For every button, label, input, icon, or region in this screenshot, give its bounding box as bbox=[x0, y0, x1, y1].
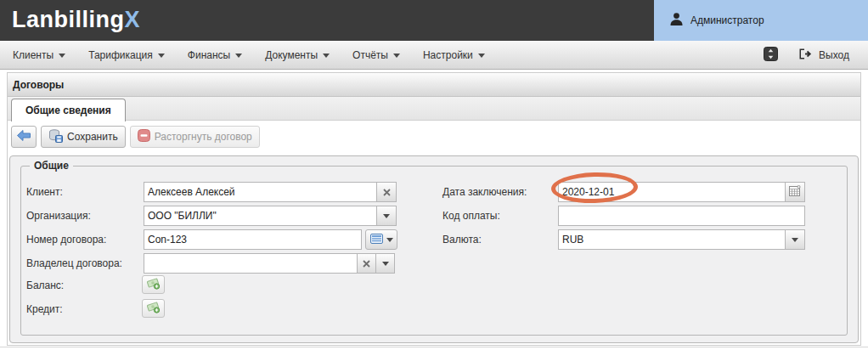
menu-item-documents[interactable]: Документы bbox=[265, 49, 330, 61]
back-button[interactable] bbox=[11, 126, 37, 148]
chevron-down-icon bbox=[393, 54, 400, 58]
menu-item-label: Отчёты bbox=[352, 49, 388, 61]
chevron-down-icon bbox=[235, 54, 242, 58]
organization-dropdown-trigger[interactable] bbox=[376, 206, 397, 226]
menu-item-label: Клиенты bbox=[13, 49, 54, 61]
client-clear-button[interactable] bbox=[376, 182, 397, 202]
chevron-down-icon bbox=[792, 238, 798, 242]
menu-item-label: Тарификация bbox=[88, 49, 153, 61]
menu-item-label: Документы bbox=[265, 49, 318, 61]
logout-button[interactable]: Выход bbox=[798, 48, 849, 64]
logout-label: Выход bbox=[819, 49, 849, 61]
tabstrip: Общие сведения bbox=[8, 97, 860, 121]
contract-owner-label: Владелец договора: bbox=[26, 253, 122, 274]
credit-money-add-button[interactable] bbox=[142, 299, 165, 318]
menu-item-label: Настройки bbox=[423, 49, 473, 61]
collapse-icon[interactable] bbox=[764, 47, 778, 65]
menu-item-tariffication[interactable]: Тарификация bbox=[88, 49, 165, 61]
logout-icon bbox=[798, 48, 812, 64]
save-database-icon bbox=[48, 129, 63, 145]
page-title: Договоры bbox=[13, 79, 64, 91]
contract-owner-clear-button[interactable] bbox=[357, 253, 376, 274]
credit-label: Кредит: bbox=[26, 299, 63, 319]
organization-combo-input[interactable] bbox=[144, 206, 377, 226]
chevron-down-icon bbox=[323, 54, 330, 58]
chevron-down-icon bbox=[383, 214, 390, 218]
app-logo: LanbillingX bbox=[12, 7, 140, 33]
back-arrow-icon bbox=[16, 129, 31, 144]
menu-item-reports[interactable]: Отчёты bbox=[352, 49, 400, 61]
conclusion-date-calendar-trigger[interactable] bbox=[785, 182, 805, 202]
page-header-bar: Договоры bbox=[8, 73, 860, 97]
contract-number-split-button[interactable] bbox=[365, 229, 397, 250]
contract-owner-input[interactable] bbox=[144, 253, 358, 274]
user-name: Администратор bbox=[690, 14, 764, 26]
contract-number-input[interactable] bbox=[144, 229, 362, 250]
x-icon bbox=[363, 256, 370, 271]
terminate-contract-button[interactable]: Расторгнуть договор bbox=[130, 126, 260, 148]
money-add-icon bbox=[146, 301, 161, 317]
app-header: LanbillingX Администратор bbox=[0, 0, 868, 41]
payment-code-label: Код оплаты: bbox=[442, 206, 500, 226]
bottom-divider bbox=[0, 347, 868, 347]
menubar-right: Выход bbox=[764, 41, 849, 70]
client-input[interactable] bbox=[144, 182, 377, 202]
menu-item-label: Финансы bbox=[188, 49, 230, 61]
chevron-down-icon bbox=[386, 238, 393, 242]
currency-dropdown-trigger[interactable] bbox=[785, 229, 805, 250]
chevron-down-icon bbox=[59, 54, 65, 58]
balance-money-add-button[interactable] bbox=[142, 275, 165, 294]
terminate-button-label: Расторгнуть договор bbox=[155, 131, 252, 143]
contract-owner-dropdown-trigger[interactable] bbox=[375, 253, 395, 274]
menu-items: Клиенты Тарификация Финансы Документы От… bbox=[0, 49, 485, 61]
organization-label: Организация: bbox=[26, 206, 91, 226]
save-button[interactable]: Сохранить bbox=[41, 126, 126, 148]
person-icon bbox=[669, 12, 684, 30]
tab-label: Общие сведения bbox=[25, 104, 111, 116]
tab-general-info[interactable]: Общие сведения bbox=[11, 99, 126, 121]
contract-number-label: Номер договора: bbox=[26, 229, 106, 250]
chevron-down-icon bbox=[158, 54, 165, 58]
list-icon bbox=[370, 232, 383, 247]
user-panel[interactable]: Администратор bbox=[654, 0, 868, 41]
chevron-down-icon bbox=[478, 54, 485, 58]
toolbar: Сохранить Расторгнуть договор bbox=[8, 121, 860, 153]
currency-label: Валюта: bbox=[442, 229, 482, 250]
conclusion-date-input[interactable] bbox=[558, 182, 786, 202]
logo-text: Lanbilling bbox=[12, 7, 125, 32]
fieldset-legend: Общие bbox=[30, 160, 73, 172]
menu-item-clients[interactable]: Клиенты bbox=[13, 49, 65, 61]
currency-combo-input[interactable] bbox=[558, 229, 786, 250]
conclusion-date-label: Дата заключения: bbox=[442, 182, 527, 202]
client-label: Клиент: bbox=[26, 182, 63, 202]
menu-item-settings[interactable]: Настройки bbox=[423, 49, 485, 61]
balance-label: Баланс: bbox=[26, 275, 64, 296]
calendar-icon bbox=[789, 184, 801, 200]
logo-suffix: X bbox=[125, 7, 141, 32]
save-button-label: Сохранить bbox=[67, 131, 118, 143]
money-add-icon bbox=[146, 277, 161, 293]
x-icon bbox=[383, 184, 391, 200]
main-menubar: Клиенты Тарификация Финансы Документы От… bbox=[0, 41, 868, 70]
app-window: LanbillingX Администратор Клиенты Тарифи… bbox=[0, 0, 868, 350]
payment-code-input[interactable] bbox=[558, 206, 805, 226]
chevron-down-icon bbox=[382, 262, 389, 266]
minus-circle-icon bbox=[138, 129, 150, 144]
menu-item-finances[interactable]: Финансы bbox=[188, 49, 242, 61]
content-frame: Договоры Общие сведения Сохранить bbox=[7, 72, 861, 346]
